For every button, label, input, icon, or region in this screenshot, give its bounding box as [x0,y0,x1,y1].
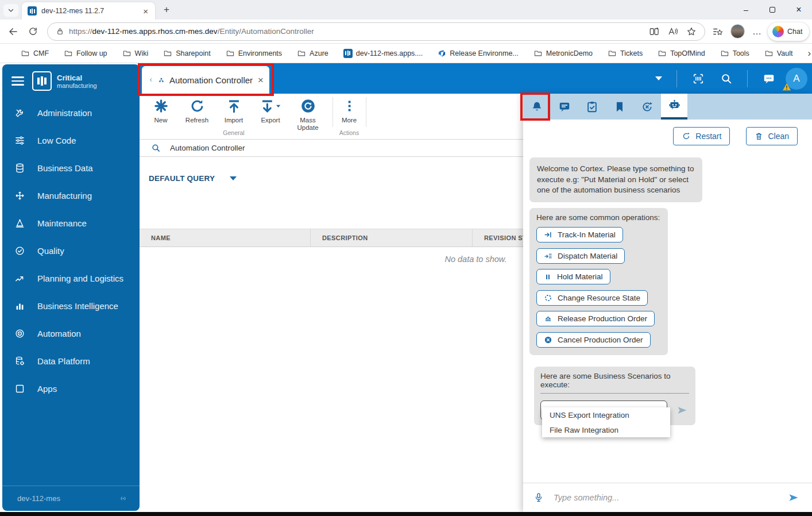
profile-avatar[interactable] [730,24,745,38]
cmf-favicon [343,49,353,58]
url-text: https://dev-112-mes.apps.rhos.cm-mes.dev… [69,27,649,36]
clean-button[interactable]: Clean [746,127,798,145]
bookmark-azure[interactable]: Azure [297,49,328,57]
sidebar-item-automation[interactable]: Automation [2,319,140,347]
send-icon[interactable] [787,492,801,503]
bookmark-release-environment[interactable]: Release Environme... [438,49,519,57]
copilot-chat-label: Chat [787,28,802,36]
folder-icon [658,49,667,57]
bookmark-topofmind[interactable]: TopOfMind [658,49,705,57]
sidebar-item-quality[interactable]: Quality [2,237,140,264]
bookmark-wiki[interactable]: Wiki [122,49,149,57]
entity-tab-close-icon[interactable]: × [258,75,264,85]
sliders-icon [14,135,25,146]
automation-target-icon [14,328,25,339]
more-button[interactable]: More [331,98,368,124]
bookmarks-overflow-chevron[interactable]: › [807,48,811,58]
hold-material-button[interactable]: Hold Material [536,269,610,284]
sidebar-item-low-code[interactable]: Low Code [2,126,140,154]
new-tab-button[interactable]: + [160,3,173,16]
sidebar-item-planning-logistics[interactable]: Planning and Logistics [2,264,140,292]
database-icon [14,163,25,174]
chevron-left-icon[interactable] [149,75,153,84]
favorites-bar-icon[interactable] [712,26,723,37]
track-in-material-button[interactable]: Track-In Material [536,227,623,242]
release-production-order-button[interactable]: Release Production Order [536,311,655,326]
cancel-production-order-button[interactable]: Cancel Production Order [536,332,651,348]
import-button[interactable]: Import [215,98,252,124]
divider [747,70,748,87]
bookmark-sharepoint[interactable]: Sharepoint [163,49,210,57]
entity-search-value: Automation Controller [170,144,245,152]
new-icon [153,98,169,114]
chat-input-bar[interactable]: Type something... [523,483,812,512]
bookmark-environments[interactable]: Environments [226,49,282,57]
sidebar-item-business-data[interactable]: Business Data [2,154,140,182]
bookmark-cmf[interactable]: CMF [21,49,49,57]
track-in-icon [544,230,552,239]
window-maximize-button[interactable] [759,0,786,20]
sidebar-item-administration[interactable]: Administration [2,99,140,126]
tab-comments[interactable] [551,94,578,120]
microphone-icon[interactable] [533,492,544,503]
copilot-chat-button[interactable]: Chat [768,22,809,41]
change-resource-state-button[interactable]: Change Resource State [536,290,648,306]
entity-tab[interactable]: Automation Controller × [142,66,269,94]
sidebar-item-business-intelligence[interactable]: Business Intelligence [2,292,140,319]
browser-menu-icon[interactable]: … [752,27,762,36]
bookmark-follow-up[interactable]: Follow up [64,49,107,57]
split-screen-icon[interactable] [649,26,659,37]
sidebar-item-apps[interactable]: Apps [2,375,140,402]
window-close-button[interactable]: × [786,0,812,20]
bookmark-metronicdemo[interactable]: MetronicDemo [533,49,593,57]
column-description[interactable]: DESCRIPTION [310,229,472,247]
favorite-star-icon[interactable] [686,26,697,37]
window-minimize-button[interactable]: – [733,0,759,20]
user-avatar[interactable]: A [786,68,807,90]
scenario-option-file-raw[interactable]: File Raw Integration [542,422,670,437]
folder-icon [226,49,235,57]
mass-update-button[interactable]: Mass Update [289,98,326,132]
toolbar-group-general: General [211,129,257,136]
dispatch-material-button[interactable]: Dispatch Material [536,248,625,264]
scenario-option-uns-export[interactable]: UNS Export Integration [542,407,670,422]
warning-icon [782,83,791,91]
messages-button[interactable] [755,72,783,85]
apps-icon [14,383,25,394]
restart-button[interactable]: Restart [673,127,730,145]
column-name[interactable]: NAME [140,229,310,247]
refresh-button-toolbar[interactable]: Refresh [179,98,215,124]
tab-cortex-bot[interactable] [661,94,687,120]
address-bar[interactable]: https://dev-112-mes.apps.rhos.cm-mes.dev… [47,22,705,41]
scenario-send-icon[interactable] [675,405,689,416]
bookmark-tools[interactable]: Tools [720,49,749,57]
sidebar-item-maintenance[interactable]: Maintenance [2,209,140,237]
tab-tasks[interactable] [578,94,606,120]
browser-tab[interactable]: dev-112-mes 11.2.7 × [22,2,155,20]
bookmark-vault[interactable]: Vault [764,49,793,57]
read-aloud-icon[interactable] [667,26,678,36]
back-button[interactable] [3,26,23,37]
header-dropdown-button[interactable] [648,76,670,80]
tab-close-icon[interactable]: × [141,7,150,16]
export-button[interactable]: Export [252,98,289,124]
query-label: DEFAULT QUERY [149,174,215,183]
cortex-chat-body: Restart Clean Welcome to Cortex. Please … [523,120,812,483]
tab-search-button[interactable] [3,4,18,17]
sidebar-item-data-platform[interactable]: Data Platform [2,347,140,375]
refresh-button[interactable] [23,26,42,36]
scan-button[interactable] [684,72,713,85]
bookmark-dev-112-mes[interactable]: dev-112-mes.apps.... [343,49,423,58]
cmf-logo-icon [32,71,52,91]
sidebar-item-manufacturing[interactable]: Manufacturing [2,182,140,209]
trash-icon [755,132,763,141]
tab-history-clear[interactable] [633,94,661,120]
new-button[interactable]: New [142,98,179,124]
tab-notifications[interactable] [523,94,551,120]
hamburger-menu-icon[interactable] [11,74,24,88]
bookmark-tickets[interactable]: Tickets [608,49,643,57]
query-selector[interactable]: DEFAULT QUERY [149,174,237,183]
global-search-button[interactable] [713,72,740,85]
welcome-message: Welcome to Cortex. Please type something… [529,157,702,202]
tab-bookmarks[interactable] [606,94,633,120]
